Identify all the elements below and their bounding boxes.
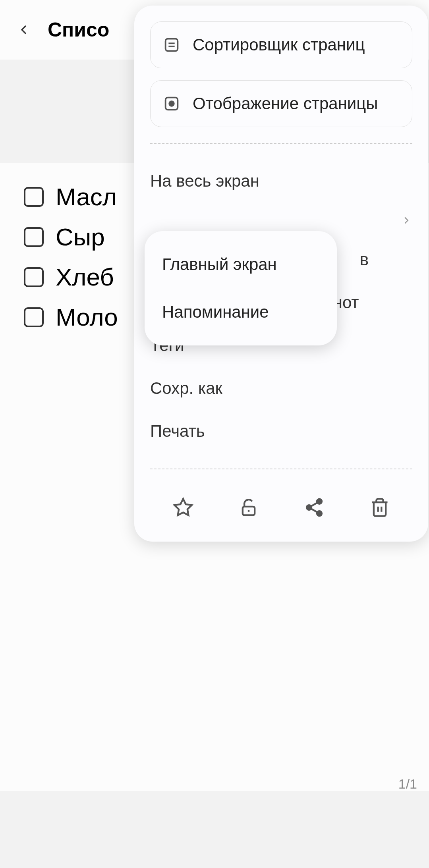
menu-card-label: Сортировщик страниц <box>193 35 365 54</box>
page-counter: 1/1 <box>398 776 417 792</box>
menu-page-sorter[interactable]: Сортировщик страниц <box>150 21 412 68</box>
svg-point-4 <box>169 101 174 106</box>
checkbox-icon[interactable] <box>24 307 44 327</box>
svg-rect-0 <box>166 39 178 51</box>
back-icon[interactable] <box>16 22 32 38</box>
submenu-add-to: Главный экран Напоминание <box>145 231 337 345</box>
checklist-label: Сыр <box>56 223 105 251</box>
page-title: Списо <box>48 18 109 41</box>
menu-item-label: в <box>360 250 369 269</box>
checkbox-icon[interactable] <box>24 227 44 247</box>
svg-line-11 <box>311 509 317 512</box>
menu-item-label: Сохр. как <box>150 379 222 398</box>
checkbox-icon[interactable] <box>24 187 44 207</box>
checklist-label: Масл <box>56 183 117 211</box>
checkbox-icon[interactable] <box>24 267 44 287</box>
checklist-label: Моло <box>56 303 118 331</box>
svg-marker-5 <box>174 499 191 515</box>
lock-icon[interactable] <box>238 497 259 518</box>
menu-print[interactable]: Печать <box>134 410 428 453</box>
menu-item-label: Печать <box>150 422 205 441</box>
submenu-label: Главный экран <box>162 255 319 274</box>
menu-divider <box>150 469 412 469</box>
submenu-reminder[interactable]: Напоминание <box>145 288 337 336</box>
submenu-home-screen[interactable]: Главный экран <box>145 241 337 288</box>
menu-item-label: На весь экран <box>150 172 259 191</box>
svg-point-9 <box>306 505 311 510</box>
star-icon[interactable] <box>173 497 193 518</box>
trash-icon[interactable] <box>369 497 390 518</box>
menu-fullscreen[interactable]: На весь экран <box>134 160 428 203</box>
menu-page-display[interactable]: Отображение страницы <box>150 80 412 127</box>
page-sorter-icon <box>162 36 181 54</box>
page-display-icon <box>162 95 181 113</box>
menu-divider <box>150 143 412 144</box>
chevron-right-icon <box>400 214 412 226</box>
menu-bottom-toolbar <box>134 485 428 526</box>
submenu-label: Напоминание <box>162 303 319 322</box>
bottom-area <box>0 791 429 868</box>
menu-card-label: Отображение страницы <box>193 94 378 113</box>
svg-line-12 <box>311 503 317 506</box>
share-icon[interactable] <box>304 497 325 518</box>
menu-save-as[interactable]: Сохр. как <box>134 367 428 410</box>
svg-point-10 <box>317 511 322 516</box>
checklist-label: Хлеб <box>56 263 114 291</box>
svg-point-8 <box>317 499 322 504</box>
